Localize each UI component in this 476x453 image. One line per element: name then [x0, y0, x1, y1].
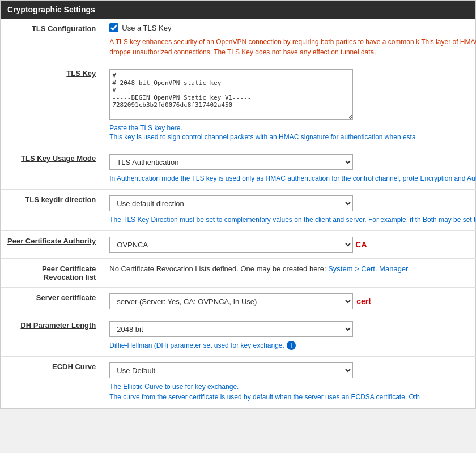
server-cert-select[interactable]: server (Server: Yes, CA: OVPNCA, In Use) — [109, 293, 353, 309]
tls-key-usage-select[interactable]: TLS Authentication TLS Encryption and Au… — [109, 154, 353, 170]
dh-param-select[interactable]: 1024 bit 2048 bit 4096 bit ECDH Only — [109, 321, 353, 337]
peer-ca-badge: CA — [355, 240, 367, 249]
dh-param-label: DH Parameter Length — [1, 315, 103, 357]
ecdh-description-line1: The Elliptic Curve to use for key exchan… — [109, 382, 476, 392]
tls-key-input[interactable]: # # 2048 bit OpenVPN static key # -----B… — [109, 69, 353, 120]
tls-keydir-select[interactable]: Use default direction Direction 0 Direct… — [109, 195, 353, 211]
tls-config-description: A TLS key enhances security of an OpenVP… — [109, 37, 476, 57]
dh-info-icon[interactable]: i — [287, 341, 296, 350]
tls-key-label: TLS Key — [1, 63, 103, 148]
paste-hint: Paste the TLS key here. — [109, 124, 476, 132]
dh-param-description: Diffie-Hellman (DH) parameter set used f… — [109, 340, 284, 351]
tls-key-description: This key is used to sign control channel… — [109, 132, 476, 142]
ecdh-description-line2: The curve from the server certificate is… — [109, 392, 476, 402]
peer-crl-label: Peer Certificate Revocation list — [1, 259, 103, 288]
peer-crl-link[interactable]: System > Cert. Manager — [328, 264, 408, 273]
dh-param-description-row: Diffie-Hellman (DH) parameter set used f… — [109, 340, 476, 351]
server-cert-label: Server certificate — [1, 288, 103, 315]
peer-ca-content: OVPNCA CA — [103, 231, 476, 259]
panel-header: Cryptographic Settings — [1, 1, 475, 19]
tls-key-usage-content: TLS Authentication TLS Encryption and Au… — [103, 148, 476, 190]
server-cert-content: server (Server: Yes, CA: OVPNCA, In Use)… — [103, 288, 476, 315]
peer-ca-select[interactable]: OVPNCA — [109, 237, 353, 253]
ecdh-curve-label: ECDH Curve — [1, 357, 103, 408]
tls-keydir-content: Use default direction Direction 0 Direct… — [103, 190, 476, 231]
tls-key-link[interactable]: TLS key here. — [140, 124, 182, 132]
tls-key-usage-description: In Authentication mode the TLS key is us… — [109, 173, 476, 183]
panel-title: Cryptographic Settings — [7, 5, 95, 14]
peer-ca-label: Peer Certificate Authority — [1, 231, 103, 259]
server-cert-badge: cert — [356, 297, 371, 306]
ecdh-curve-content: Use Default The Elliptic Curve to use fo… — [103, 357, 476, 408]
dh-param-content: 1024 bit 2048 bit 4096 bit ECDH Only Dif… — [103, 315, 476, 357]
peer-crl-text: No Certificate Revocation Lists defined.… — [109, 264, 326, 273]
tls-keydir-description: The TLS Key Direction must be set to com… — [109, 215, 476, 225]
use-tls-key-label: Use a TLS Key — [122, 24, 171, 32]
cryptographic-settings-panel: Cryptographic Settings TLS Configuration… — [0, 0, 476, 409]
tls-config-label: TLS Configuration — [1, 19, 103, 63]
tls-config-content: Use a TLS Key A TLS key enhances securit… — [103, 19, 476, 63]
tls-key-content: # # 2048 bit OpenVPN static key # -----B… — [103, 63, 476, 148]
tls-key-usage-label: TLS Key Usage Mode — [1, 148, 103, 190]
peer-crl-content: No Certificate Revocation Lists defined.… — [103, 259, 476, 288]
ecdh-curve-select[interactable]: Use Default — [109, 362, 353, 378]
use-tls-key-checkbox[interactable] — [109, 23, 118, 32]
tls-keydir-label: TLS keydir direction — [1, 190, 103, 231]
